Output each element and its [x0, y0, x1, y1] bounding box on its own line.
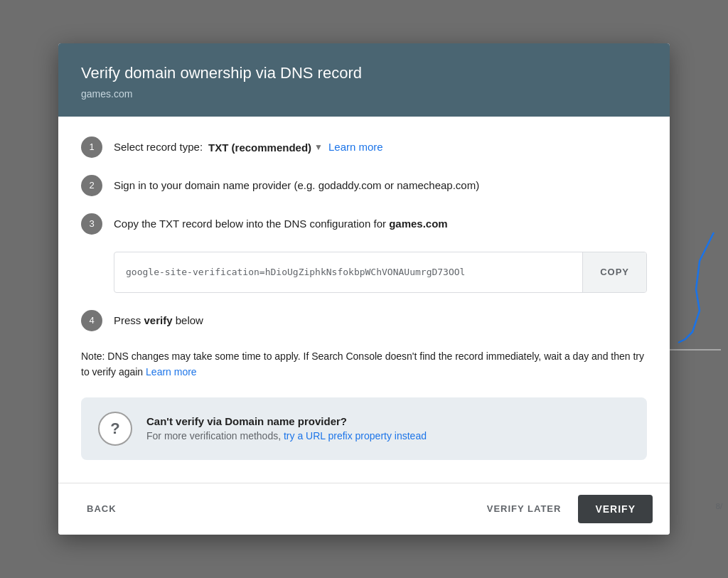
- alt-verify-link[interactable]: try a URL prefix property instead: [284, 430, 427, 441]
- copy-button[interactable]: COPY: [582, 252, 646, 292]
- record-type-value: TXT (recommended): [208, 141, 311, 154]
- step-4: 4 Press verify below: [81, 310, 647, 331]
- step-1: 1 Select record type: TXT (recommended) …: [81, 137, 647, 158]
- alt-verify-banner: ? Can't verify via Domain name provider?…: [81, 397, 647, 460]
- modal-footer: BACK VERIFY LATER VERIFY: [58, 483, 670, 535]
- step-1-label-prefix: Select record type:: [114, 139, 203, 156]
- modal-subtitle: games.com: [81, 88, 647, 100]
- step-4-bold-word: verify: [144, 314, 173, 326]
- alt-verify-content: Can't verify via Domain name provider? F…: [146, 415, 427, 441]
- verify-later-button[interactable]: VERIFY LATER: [476, 496, 573, 521]
- step-4-label-prefix: Press: [114, 314, 144, 326]
- step-4-number: 4: [81, 310, 102, 331]
- txt-record-value: google-site-verification=hDioUgZiphkNsfo…: [114, 255, 582, 289]
- step-4-content: Press verify below: [114, 310, 203, 329]
- question-icon-wrapper: ?: [98, 412, 132, 446]
- note-text: Note: DNS changes may take some time to …: [81, 348, 647, 380]
- step-3-number: 3: [81, 213, 102, 235]
- step-3-label-prefix: Copy the TXT record below into the DNS c…: [114, 218, 389, 230]
- modal-dialog: Verify domain ownership via DNS record g…: [58, 43, 670, 534]
- step-4-label-suffix: below: [173, 314, 203, 326]
- step-1-number: 1: [81, 137, 102, 158]
- step-3-content: Copy the TXT record below into the DNS c…: [114, 213, 448, 232]
- modal-body: 1 Select record type: TXT (recommended) …: [58, 117, 670, 483]
- step-2: 2 Sign in to your domain name provider (…: [81, 175, 647, 196]
- txt-record-container: google-site-verification=hDioUgZiphkNsfo…: [114, 252, 647, 293]
- verify-button[interactable]: VERIFY: [578, 495, 653, 523]
- modal-title: Verify domain ownership via DNS record: [81, 63, 647, 84]
- note-learn-more-link[interactable]: Learn more: [146, 366, 197, 378]
- step-2-content: Sign in to your domain name provider (e.…: [114, 175, 479, 194]
- question-mark-icon: ?: [110, 419, 119, 438]
- step-2-label: Sign in to your domain name provider (e.…: [114, 179, 479, 191]
- step-3: 3 Copy the TXT record below into the DNS…: [81, 213, 647, 235]
- back-button[interactable]: BACK: [75, 496, 128, 521]
- modal-header: Verify domain ownership via DNS record g…: [58, 43, 670, 117]
- step-1-content: Select record type: TXT (recommended) ▼ …: [114, 137, 383, 156]
- alt-verify-title: Can't verify via Domain name provider?: [146, 415, 427, 427]
- step-3-domain: games.com: [389, 218, 448, 230]
- alt-verify-subtitle: For more verification methods, try a URL…: [146, 430, 427, 441]
- record-type-dropdown[interactable]: TXT (recommended) ▼: [208, 141, 323, 154]
- alt-verify-subtitle-before: For more verification methods,: [146, 430, 284, 441]
- footer-right: VERIFY LATER VERIFY: [476, 495, 653, 523]
- dropdown-arrow-icon: ▼: [314, 142, 323, 152]
- step-1-learn-more-link[interactable]: Learn more: [328, 139, 383, 156]
- step-2-number: 2: [81, 175, 102, 196]
